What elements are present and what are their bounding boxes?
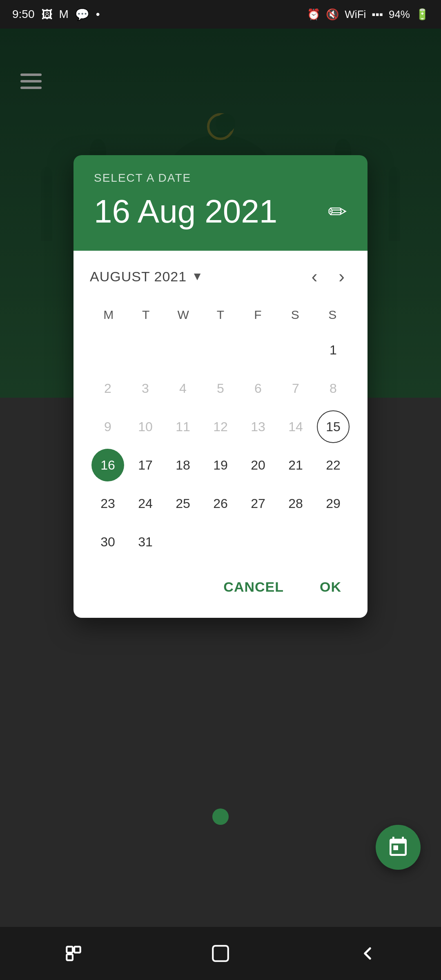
day-cell-5[interactable]: 5 bbox=[203, 370, 238, 407]
fab-calendar-button[interactable] bbox=[376, 825, 421, 870]
status-right: ⏰ 🔇 WiFi ▪▪▪ 94% 🔋 bbox=[307, 8, 429, 21]
day-cell-26[interactable]: 26 bbox=[203, 485, 238, 522]
day-cell-17[interactable]: 17 bbox=[127, 447, 163, 483]
date-picker-dialog: SELECT A DATE 16 Aug 2021 ✏ AUGUST 2021 … bbox=[74, 155, 368, 618]
back-icon bbox=[357, 943, 378, 964]
day-cell-29[interactable]: 29 bbox=[315, 485, 351, 522]
day-header-tue: T bbox=[127, 302, 164, 327]
day-cell-25[interactable]: 25 bbox=[165, 485, 201, 522]
dialog-body: AUGUST 2021 ▼ ‹ › M T W T F S S bbox=[74, 251, 368, 618]
navigation-bar bbox=[0, 927, 441, 980]
dialog-header: SELECT A DATE 16 Aug 2021 ✏ bbox=[74, 155, 368, 251]
nav-recent-apps-button[interactable] bbox=[47, 935, 100, 972]
day-header-wed: W bbox=[165, 302, 202, 327]
day-cell-empty-1 bbox=[90, 332, 126, 368]
day-cell-empty-10 bbox=[278, 523, 314, 560]
svg-rect-19 bbox=[213, 946, 228, 961]
month-year-text: AUGUST 2021 bbox=[90, 269, 187, 285]
day-cell-3[interactable]: 3 bbox=[127, 370, 163, 407]
days-grid: 1 2 3 4 5 6 7 8 9 10 11 12 13 14 15 16 1… bbox=[90, 332, 351, 560]
month-year-button[interactable]: AUGUST 2021 ▼ bbox=[90, 269, 203, 285]
message-icon: 💬 bbox=[75, 8, 89, 21]
day-header-mon: M bbox=[90, 302, 127, 327]
day-header-fri: F bbox=[239, 302, 276, 327]
day-cell-6[interactable]: 6 bbox=[240, 370, 276, 407]
calendar-fab-icon bbox=[387, 836, 410, 859]
nav-back-button[interactable] bbox=[341, 935, 394, 972]
nav-home-button[interactable] bbox=[194, 935, 247, 972]
day-cell-20[interactable]: 20 bbox=[240, 447, 276, 483]
day-cell-empty-5 bbox=[240, 332, 276, 368]
day-cell-8[interactable]: 8 bbox=[315, 370, 351, 407]
cancel-button[interactable]: CANCEL bbox=[214, 572, 294, 601]
mute-icon: 🔇 bbox=[326, 8, 339, 21]
dot-icon: • bbox=[96, 8, 100, 21]
day-cell-11[interactable]: 11 bbox=[165, 408, 201, 445]
day-cell-10[interactable]: 10 bbox=[127, 408, 163, 445]
day-cell-9[interactable]: 9 bbox=[90, 408, 126, 445]
day-header-sat: S bbox=[276, 302, 314, 327]
day-cell-empty-4 bbox=[203, 332, 238, 368]
day-cell-empty-9 bbox=[240, 523, 276, 560]
alarm-icon: ⏰ bbox=[307, 8, 320, 21]
day-cell-18[interactable]: 18 bbox=[165, 447, 201, 483]
day-cell-empty-2 bbox=[127, 332, 163, 368]
day-cell-7[interactable]: 7 bbox=[278, 370, 314, 407]
day-header-sun: S bbox=[314, 302, 351, 327]
day-cell-15[interactable]: 15 bbox=[317, 410, 350, 443]
selected-date-text: 16 Aug 2021 bbox=[94, 193, 277, 230]
recent-apps-icon bbox=[63, 943, 84, 964]
dropdown-arrow-icon: ▼ bbox=[192, 270, 203, 283]
day-header-thu: T bbox=[202, 302, 239, 327]
battery-icon: 🔋 bbox=[416, 8, 429, 21]
photo-icon: 🖼 bbox=[41, 8, 53, 21]
battery-text: 94% bbox=[389, 8, 410, 21]
day-cell-22[interactable]: 22 bbox=[315, 447, 351, 483]
day-cell-empty-3 bbox=[165, 332, 201, 368]
edit-icon[interactable]: ✏ bbox=[328, 198, 347, 225]
svg-rect-18 bbox=[67, 954, 73, 960]
month-navigation: AUGUST 2021 ▼ ‹ › bbox=[90, 263, 351, 290]
day-cell-31[interactable]: 31 bbox=[127, 523, 163, 560]
day-cell-30[interactable]: 30 bbox=[90, 523, 126, 560]
day-cell-19[interactable]: 19 bbox=[203, 447, 238, 483]
email-icon: M bbox=[59, 8, 69, 21]
day-cell-empty-6 bbox=[278, 332, 314, 368]
svg-rect-16 bbox=[67, 947, 73, 953]
day-cell-21[interactable]: 21 bbox=[278, 447, 314, 483]
day-cell-28[interactable]: 28 bbox=[278, 485, 314, 522]
ok-button[interactable]: OK bbox=[310, 572, 351, 601]
selected-date-row: 16 Aug 2021 ✏ bbox=[94, 193, 347, 230]
calendar-grid: M T W T F S S 1 2 3 4 bbox=[90, 302, 351, 560]
wifi-icon: WiFi bbox=[345, 8, 366, 21]
next-month-button[interactable]: › bbox=[332, 263, 351, 290]
status-time: 9:50 bbox=[12, 8, 35, 21]
status-bar: 9:50 🖼 M 💬 • ⏰ 🔇 WiFi ▪▪▪ 94% 🔋 bbox=[0, 0, 441, 29]
home-icon bbox=[210, 943, 231, 964]
select-date-label: SELECT A DATE bbox=[94, 172, 347, 185]
day-cell-12[interactable]: 12 bbox=[203, 408, 238, 445]
prev-month-button[interactable]: ‹ bbox=[305, 263, 324, 290]
day-cell-24[interactable]: 24 bbox=[127, 485, 163, 522]
bottom-indicator-dot bbox=[212, 808, 229, 825]
day-cell-16[interactable]: 16 bbox=[91, 449, 124, 481]
day-cell-1[interactable]: 1 bbox=[315, 332, 351, 368]
status-left: 9:50 🖼 M 💬 • bbox=[12, 8, 100, 21]
nav-arrows: ‹ › bbox=[305, 263, 351, 290]
dialog-actions: CANCEL OK bbox=[90, 564, 351, 601]
signal-icon: ▪▪▪ bbox=[372, 8, 383, 21]
day-headers: M T W T F S S bbox=[90, 302, 351, 327]
day-cell-2[interactable]: 2 bbox=[90, 370, 126, 407]
day-cell-23[interactable]: 23 bbox=[90, 485, 126, 522]
day-cell-13[interactable]: 13 bbox=[240, 408, 276, 445]
day-cell-27[interactable]: 27 bbox=[240, 485, 276, 522]
day-cell-empty-7 bbox=[165, 523, 201, 560]
day-cell-4[interactable]: 4 bbox=[165, 370, 201, 407]
svg-rect-17 bbox=[74, 947, 80, 953]
day-cell-empty-8 bbox=[203, 523, 238, 560]
day-cell-14[interactable]: 14 bbox=[278, 408, 314, 445]
day-cell-empty-11 bbox=[315, 523, 351, 560]
